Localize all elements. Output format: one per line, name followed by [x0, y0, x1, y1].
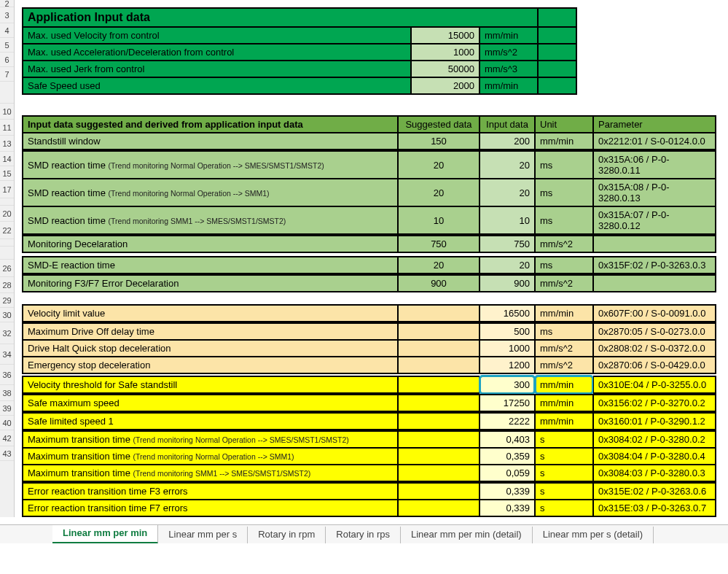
value-cell[interactable]: 0,339 [480, 482, 535, 500]
row-header[interactable]: 15 [0, 166, 14, 181]
input-cell[interactable]: 20 [480, 179, 535, 206]
label: Max. used Jerk from control [22, 61, 411, 77]
label: Velocity threshold for Safe standstill [22, 376, 398, 394]
value-cell[interactable]: 0,359 [480, 448, 535, 465]
row-header[interactable]: 36 [0, 365, 14, 385]
param-cell: 0x2212:01 / S-0-0124.0.0 [593, 133, 716, 150]
row-header[interactable] [0, 198, 14, 206]
spreadsheet-grid[interactable]: Application Input data Max. used Velocit… [15, 0, 728, 517]
label: Max. used Velocity from control [22, 27, 411, 44]
row-header[interactable] [0, 82, 14, 104]
selected-cell[interactable]: mm/min [535, 376, 593, 394]
input-cell[interactable]: 750 [480, 235, 535, 253]
label: Drive Halt Quick stop deceleration [22, 340, 398, 357]
row-header[interactable]: 28 [0, 277, 14, 293]
input-cell[interactable]: 20 [480, 256, 535, 274]
sheet-tab[interactable]: Linear mm per min (detail) [401, 527, 533, 543]
row-header[interactable]: 30 [0, 308, 14, 322]
row-header[interactable]: 29 [0, 293, 14, 308]
value-cell[interactable]: 1000 [411, 44, 480, 61]
label: Maximum Drive Off delay time [22, 322, 398, 340]
label: Safe Speed used [22, 77, 411, 95]
label: Maximum transition time (Trend monitorin… [22, 465, 398, 482]
label: Velocity limit value [22, 304, 398, 322]
column-header: Input data [480, 115, 535, 133]
selected-cell[interactable]: 300 [480, 376, 535, 394]
value-cell[interactable]: 1000 [480, 340, 535, 357]
row-header[interactable] [0, 239, 14, 247]
label: Monitoring Decelaration [22, 235, 398, 253]
input-cell[interactable]: 200 [480, 133, 535, 150]
row-header[interactable]: 17 [0, 181, 14, 198]
value-cell[interactable]: 0,339 [480, 500, 535, 517]
suggested-cell: 20 [398, 256, 480, 274]
unit-cell: mm/min [535, 394, 593, 412]
row-header[interactable]: 11 [0, 120, 14, 136]
row-header[interactable]: 6 [0, 53, 14, 67]
unit-cell: mm/s^2 [535, 340, 593, 357]
row-header[interactable]: 14 [0, 152, 14, 166]
sheet-tab[interactable]: Rotary in rps [326, 527, 401, 543]
sheet-tab[interactable]: Rotary in rpm [248, 527, 326, 543]
row-header[interactable]: 13 [0, 136, 14, 152]
input-cell[interactable]: 900 [480, 274, 535, 292]
row-header[interactable]: 2 [0, 0, 14, 7]
row-header[interactable]: 20 [0, 206, 14, 222]
unit-cell: s [535, 430, 593, 448]
row-header[interactable]: 3 [0, 7, 14, 23]
label: SMD reaction time (Trend monitoring SMM1… [22, 206, 398, 235]
value-cell[interactable]: 0,059 [480, 465, 535, 482]
row-header[interactable]: 10 [0, 104, 14, 120]
row-header[interactable]: 5 [0, 38, 14, 53]
sheet-tab[interactable]: Linear mm per s (detail) [533, 527, 654, 543]
value-cell[interactable]: 2222 [480, 412, 535, 430]
row-header[interactable]: 7 [0, 67, 14, 82]
label: Safe limited speed 1 [22, 412, 398, 430]
row-header[interactable]: 38 [0, 385, 14, 401]
sheet-tab[interactable]: Linear mm per s [158, 527, 248, 543]
spreadsheet-body: 2 3 4 5 6 7 10 11 13 14 15 17 20 22 26 2… [0, 0, 728, 517]
yellow-section: Velocity threshold for Safe standstill 3… [22, 376, 716, 517]
row-header[interactable]: 26 [0, 260, 14, 277]
cell [398, 465, 480, 482]
param-cell: 0x315A:08 / P-0-3280.0.13 [593, 179, 716, 206]
label: SMD reaction time (Trend monitoring Norm… [22, 179, 398, 206]
unit-cell: mm/s^2 [535, 357, 593, 374]
row-header[interactable]: 43 [0, 446, 14, 461]
value-cell[interactable]: 500 [480, 322, 535, 340]
row-header[interactable]: 39 [0, 401, 14, 416]
row-header[interactable]: 34 [0, 344, 14, 365]
param-cell: 0x607F:00 / S-0-0091.0.0 [593, 304, 716, 322]
value-cell[interactable]: 2000 [411, 77, 480, 95]
cell [398, 357, 480, 374]
unit-cell: ms [535, 256, 593, 274]
value-cell[interactable]: 1200 [480, 357, 535, 374]
param-cell: 0x3160:01 / P-0-3290.1.2 [593, 412, 716, 430]
unit-cell: mm/s^2 [535, 235, 593, 253]
param-cell: 0x2870:06 / S-0-0429.0.0 [593, 357, 716, 374]
param-cell: 0x2808:02 / S-0-0372.0.0 [593, 340, 716, 357]
suggested-cell: 20 [398, 150, 480, 179]
row-header-gutter: 2 3 4 5 6 7 10 11 13 14 15 17 20 22 26 2… [0, 0, 15, 517]
row-header[interactable]: 22 [0, 222, 14, 239]
section-title: Application Input data [22, 7, 538, 27]
input-cell[interactable]: 10 [480, 206, 535, 235]
row-header[interactable]: 42 [0, 430, 14, 446]
column-header: Unit [535, 115, 593, 133]
sheet-tab[interactable]: Linear mm per min [52, 525, 158, 543]
value-cell[interactable]: 17250 [480, 394, 535, 412]
value-cell[interactable]: 50000 [411, 61, 480, 77]
cell [398, 322, 480, 340]
row-header[interactable]: 40 [0, 416, 14, 430]
input-cell[interactable]: 20 [480, 150, 535, 179]
param-cell: 0x315E:03 / P-0-3263.0.7 [593, 500, 716, 517]
row-header[interactable]: 32 [0, 322, 14, 344]
label: Safe maximum speed [22, 394, 398, 412]
unit-cell: ms [535, 179, 593, 206]
value-cell[interactable]: 16500 [480, 304, 535, 322]
row-header[interactable]: 4 [0, 23, 14, 38]
value-cell[interactable]: 0,403 [480, 430, 535, 448]
row-header[interactable] [0, 247, 14, 260]
cell [398, 394, 480, 412]
value-cell[interactable]: 15000 [411, 27, 480, 44]
